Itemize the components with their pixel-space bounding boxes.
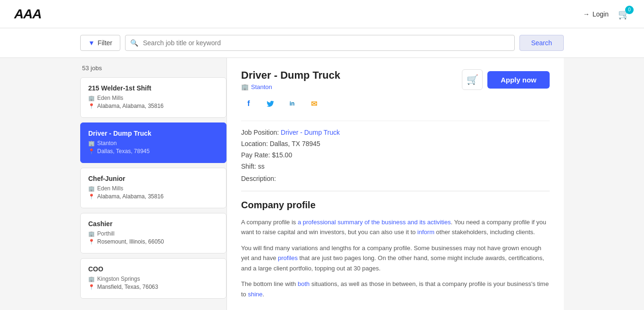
filter-button[interactable]: ▼ Filter [80,35,120,51]
save-icon: 🛒 [467,74,478,85]
position-label: Job Position: [241,129,279,136]
header: AAA → Login 🛒 0 [0,0,644,28]
location-text: Dallas, Texas, 78945 [97,148,150,155]
login-label: Login [593,10,609,18]
job-company: 🏢 Porthill [88,230,218,237]
job-location: 📍 Alabama, Alabama, 35816 [88,193,218,200]
company-name: Eden Mills [97,185,123,192]
company-name: Porthill [97,230,115,237]
company-name: Kingston Springs [97,276,140,282]
job-detail-actions: 🛒 Apply now [462,69,550,90]
job-list: 53 jobs 215 Welder-1st Shift 🏢 Eden Mill… [80,58,226,310]
search-icon: 🔍 [130,39,138,47]
filter-label: Filter [98,39,112,47]
search-bar-section: ▼ Filter 🔍 Search [0,28,644,58]
company-profile-section: Company profile A company profile is a p… [241,200,550,299]
search-button[interactable]: Search [519,35,564,51]
location-icon: 📍 [88,194,95,200]
detail-company-icon: 🏢 [241,83,249,90]
company-icon: 🏢 [88,276,95,282]
pay-label: Pay Rate: [241,151,270,159]
company-name: Stanton [97,140,117,147]
login-icon: → [583,10,590,18]
detail-company-name: Stanton [251,83,272,90]
job-location: 📍 Rosemount, Illinois, 66050 [88,238,218,245]
job-card-4[interactable]: Cashier 🏢 Porthill 📍 Rosemount, Illinois… [80,213,226,253]
twitter-share-button[interactable] [263,96,278,111]
location-label: Location: [241,140,268,147]
job-detail: Driver - Dump Truck 🏢 Stanton 🛒 Apply no… [226,58,564,310]
location-icon: 📍 [88,284,95,290]
search-input[interactable] [140,35,510,50]
jobs-count: 53 jobs [80,65,226,72]
job-title: 215 Welder-1st Shift [88,84,218,92]
job-detail-title-section: Driver - Dump Truck 🏢 Stanton [241,69,340,90]
job-title: Driver - Dump Truck [88,130,218,137]
location-icon: 📍 [88,239,95,245]
location-text: Alabama, Alabama, 35816 [97,103,164,109]
linkedin-share-button[interactable]: in [284,96,300,111]
job-card-5[interactable]: COO 🏢 Kingston Springs 📍 Mansfield, Texa… [80,258,226,299]
company-profile-paragraph-2: You will find many variations and length… [241,243,550,273]
job-location: 📍 Mansfield, Texas, 76063 [88,284,218,290]
job-company: 🏢 Eden Mills [88,185,218,192]
shift-label: Shift: [241,163,256,170]
company-icon: 🏢 [88,231,95,237]
position-value: Driver - Dump Truck [281,129,340,136]
company-profile-title: Company profile [241,200,550,211]
job-title: Chef-Junior [88,175,218,182]
job-title: COO [88,265,218,273]
job-location-row: Location: Dallas, TX 78945 [241,140,550,147]
company-icon: 🏢 [88,140,95,147]
company-icon: 🏢 [88,186,95,192]
job-company: 🏢 Eden Mills [88,95,218,101]
search-input-wrapper: 🔍 [125,35,515,51]
job-title: Cashier [88,220,218,228]
job-location: 📍 Alabama, Alabama, 35816 [88,103,218,109]
location-text: Rosemount, Illinois, 66050 [97,238,164,245]
location-text: Alabama, Alabama, 35816 [97,193,164,200]
job-info-section: Job Position: Driver - Dump Truck Locati… [241,121,550,182]
job-detail-company: 🏢 Stanton [241,83,340,90]
facebook-share-button[interactable]: f [241,96,256,111]
shift-value: ss [258,163,265,170]
job-card-2[interactable]: Driver - Dump Truck 🏢 Stanton 📍 Dallas, … [80,122,226,163]
job-company: 🏢 Kingston Springs [88,276,218,282]
job-location: 📍 Dallas, Texas, 78945 [88,148,218,155]
login-button[interactable]: → Login [583,10,609,18]
section-divider [241,191,550,191]
save-job-button[interactable]: 🛒 [462,69,483,90]
company-profile-paragraph-1: A company profile is a professional summ… [241,217,550,237]
job-detail-title: Driver - Dump Truck [241,69,340,82]
job-pay-row: Pay Rate: $15.00 [241,151,550,159]
location-value: Dallas, TX 78945 [270,140,320,147]
company-name: Eden Mills [97,95,123,101]
social-share: f in ✉ [241,96,550,111]
job-card-3[interactable]: Chef-Junior 🏢 Eden Mills 📍 Alabama, Alab… [80,168,226,208]
job-card-1[interactable]: 215 Welder-1st Shift 🏢 Eden Mills 📍 Alab… [80,77,226,118]
job-position-row: Job Position: Driver - Dump Truck [241,129,550,136]
main-content: 53 jobs 215 Welder-1st Shift 🏢 Eden Mill… [0,58,644,310]
header-right: → Login 🛒 0 [583,8,630,20]
company-icon: 🏢 [88,95,95,101]
cart-badge: 0 [625,6,634,14]
email-share-button[interactable]: ✉ [306,96,321,111]
job-company: 🏢 Stanton [88,140,218,147]
pay-value: $15.00 [272,151,292,159]
logo: AAA [14,7,42,22]
filter-icon: ▼ [88,39,95,47]
location-icon: 📍 [88,103,95,109]
description-label: Description: [241,175,550,182]
company-profile-paragraph-3: The bottom line with both situations, as… [241,279,550,299]
cart-button[interactable]: 🛒 0 [618,8,630,20]
location-icon: 📍 [88,148,95,155]
location-text: Mansfield, Texas, 76063 [97,284,158,290]
job-detail-header: Driver - Dump Truck 🏢 Stanton 🛒 Apply no… [241,69,550,90]
job-shift-row: Shift: ss [241,163,550,170]
apply-button[interactable]: Apply now [487,71,550,89]
